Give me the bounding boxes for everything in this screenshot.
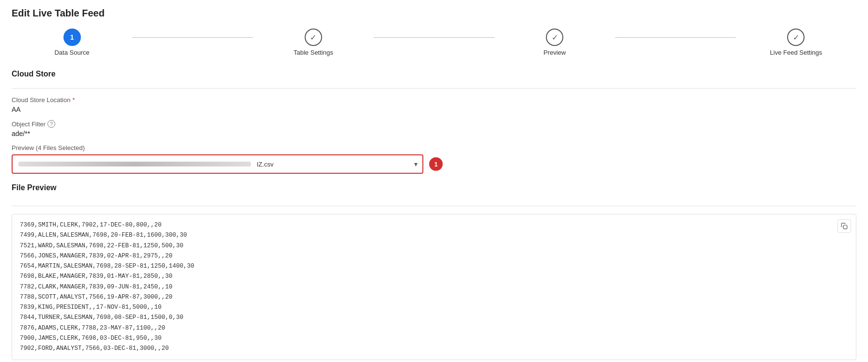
file-selector[interactable]: IZ.csv ▾ — [12, 154, 423, 174]
step-4-label: Live Feed Settings — [770, 49, 822, 56]
object-filter-label: Object Filter ? — [12, 120, 856, 128]
file-preview-box: 7369,SMITH,CLERK,7902,17-DEC-80,800,,20 … — [12, 214, 856, 360]
file-selector-container: IZ.csv ▾ 1 — [12, 154, 856, 174]
step-4-circle: ✓ — [787, 29, 805, 46]
step-data-source[interactable]: 1 Data Source — [12, 29, 132, 56]
section-divider-1 — [12, 88, 856, 89]
step-3-label: Preview — [543, 49, 566, 56]
page-container: Edit Live Table Feed 1 Data Source ✓ Tab… — [0, 0, 868, 362]
dropdown-chevron-icon: ▾ — [414, 160, 418, 168]
page-title: Edit Live Table Feed — [12, 8, 856, 19]
step-2-circle: ✓ — [305, 29, 322, 46]
cloud-store-section: Cloud Store Cloud Store Location * AA Ob… — [12, 70, 856, 183]
object-filter-help-icon[interactable]: ? — [47, 120, 55, 128]
file-preview-section: File Preview 7369,SMITH,CLERK,7902,17-DE… — [12, 183, 856, 360]
step-3-circle: ✓ — [546, 29, 563, 46]
step-connector-1 — [132, 37, 253, 38]
file-preview-content: 7369,SMITH,CLERK,7902,17-DEC-80,800,,20 … — [20, 220, 848, 354]
selected-filename: IZ.csv — [257, 161, 274, 168]
step-live-feed-settings[interactable]: ✓ Live Feed Settings — [736, 29, 856, 56]
step-1-circle: 1 — [63, 29, 81, 46]
step-2-label: Table Settings — [294, 49, 333, 56]
required-star: * — [72, 96, 75, 104]
file-selector-content: IZ.csv — [18, 161, 417, 168]
step-connector-3 — [615, 37, 736, 38]
cloud-store-title: Cloud Store — [12, 70, 856, 80]
step-preview[interactable]: ✓ Preview — [495, 29, 615, 56]
step-connector-2 — [373, 37, 494, 38]
step-table-settings[interactable]: ✓ Table Settings — [253, 29, 373, 56]
step-1-label: Data Source — [54, 49, 89, 56]
cloud-store-location-value: AA — [12, 106, 856, 113]
file-selector-badge: 1 — [429, 157, 443, 171]
file-path-blurred — [18, 162, 251, 166]
copy-button[interactable] — [837, 219, 851, 233]
section-divider-2 — [12, 206, 856, 206]
cloud-store-location-label: Cloud Store Location * — [12, 96, 856, 104]
preview-label: Preview (4 Files Selected) — [12, 144, 856, 151]
svg-rect-0 — [843, 225, 847, 229]
object-filter-value: ade/** — [12, 130, 856, 137]
file-preview-header: File Preview — [12, 183, 856, 202]
file-preview-title: File Preview — [12, 183, 57, 194]
stepper: 1 Data Source ✓ Table Settings ✓ Preview… — [12, 29, 856, 56]
